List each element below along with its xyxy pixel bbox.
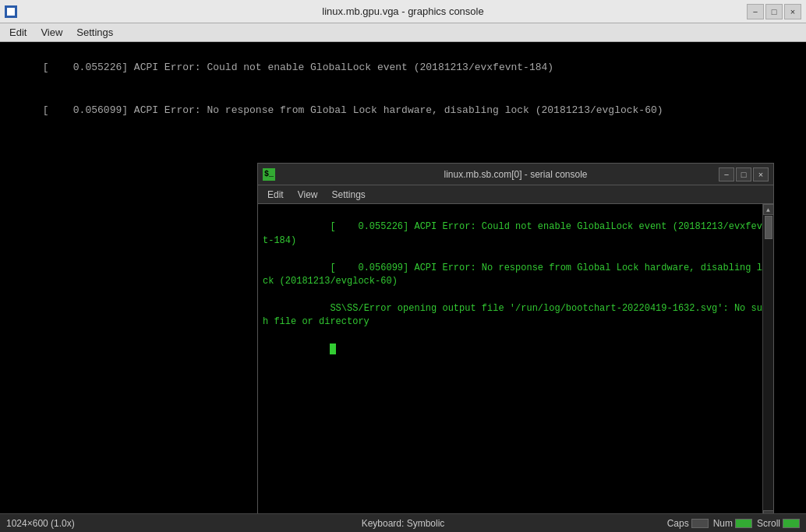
inner-console-text: [ 0.055226] ACPI Error: Could not enable… <box>263 207 769 370</box>
inner-window: $_ linux.mb.sb.com[0] - serial console −… <box>257 163 774 513</box>
outer-console-text: [ 0.055226] ACPI Error: Could not enable… <box>6 47 800 132</box>
caps-label: Caps <box>667 518 689 529</box>
scroll-indicator-box <box>783 519 800 528</box>
num-indicator: Num <box>713 518 752 529</box>
statusbar-keyboard: Keyboard: Symbolic <box>362 518 445 529</box>
scroll-up-button[interactable]: ▲ <box>763 204 774 215</box>
outer-titlebar-buttons: − □ × <box>747 4 801 19</box>
outer-console-content: [ 0.055226] ACPI Error: Could not enable… <box>0 42 806 513</box>
outer-titlebar: linux.mb.gpu.vga - graphics console − □ … <box>0 0 806 23</box>
outer-line-1: [ 0.055226] ACPI Error: Could not enable… <box>43 62 553 73</box>
caps-indicator-box <box>691 519 709 528</box>
outer-menu-view[interactable]: View <box>34 25 69 40</box>
inner-menu-settings[interactable]: Settings <box>325 188 371 202</box>
scroll-label: Scroll <box>757 518 780 529</box>
inner-minimize-button[interactable]: − <box>719 167 734 181</box>
statusbar-resolution: 1024×600 (1.0x) <box>6 518 75 529</box>
outer-line-2: [ 0.056099] ACPI Error: No response from… <box>43 104 663 116</box>
inner-titlebar: $_ linux.mb.sb.com[0] - serial console −… <box>258 164 773 185</box>
inner-window-title: linux.mb.sb.com[0] - serial console <box>444 169 587 180</box>
num-indicator-box <box>735 519 752 528</box>
inner-titlebar-left: $_ <box>263 168 275 181</box>
scroll-down-button[interactable]: ▼ <box>763 510 774 513</box>
num-label: Num <box>713 518 733 529</box>
outer-menu-edit[interactable]: Edit <box>3 25 33 40</box>
scroll-indicator: Scroll <box>757 518 800 529</box>
inner-titlebar-buttons: − □ × <box>719 167 769 181</box>
inner-maximize-button[interactable]: □ <box>736 167 751 181</box>
outer-window-title: linux.mb.gpu.vga - graphics console <box>322 5 483 17</box>
outer-menubar: Edit View Settings <box>0 23 806 42</box>
inner-menubar: Edit View Settings <box>258 185 773 204</box>
inner-content-area: [ 0.055226] ACPI Error: Could not enable… <box>258 204 773 513</box>
outer-close-button[interactable]: × <box>784 4 801 19</box>
cursor <box>330 344 336 354</box>
outer-statusbar: 1024×600 (1.0x) Keyboard: Symbolic Caps … <box>0 513 806 532</box>
outer-minimize-button[interactable]: − <box>747 4 764 19</box>
inner-line-3: SS\SS/Error opening output file '/run/lo… <box>263 303 768 327</box>
outer-maximize-button[interactable]: □ <box>765 4 783 19</box>
inner-console-content: [ 0.055226] ACPI Error: Could not enable… <box>258 204 773 513</box>
inner-line-2: [ 0.056099] ACPI Error: No response from… <box>263 262 768 287</box>
scrollbar-thumb[interactable] <box>765 216 772 239</box>
vertical-scrollbar[interactable]: ▲ ▼ <box>762 204 773 513</box>
inner-close-button[interactable]: × <box>753 167 769 181</box>
scrollbar-track <box>764 215 773 510</box>
window-icon <box>5 5 17 18</box>
terminal-icon: $_ <box>263 168 275 181</box>
outer-menu-settings[interactable]: Settings <box>70 25 119 40</box>
outer-titlebar-left <box>5 5 17 18</box>
caps-indicator: Caps <box>667 518 709 529</box>
inner-menu-view[interactable]: View <box>292 188 324 202</box>
inner-menu-edit[interactable]: Edit <box>261 188 290 202</box>
statusbar-indicators: Caps Num Scroll <box>667 518 800 529</box>
outer-window: linux.mb.gpu.vga - graphics console − □ … <box>0 0 806 532</box>
inner-line-1: [ 0.055226] ACPI Error: Could not enable… <box>263 221 768 245</box>
